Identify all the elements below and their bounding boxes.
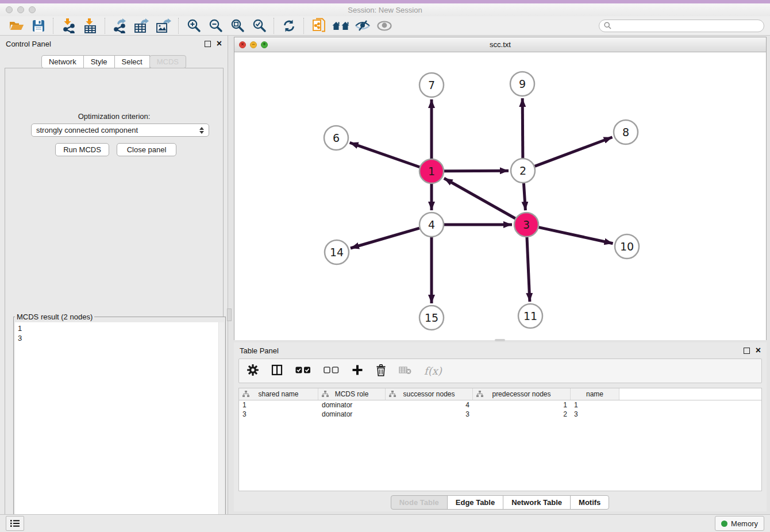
panel-splitter-handle[interactable] xyxy=(227,309,232,321)
refresh-icon xyxy=(282,19,296,33)
network-canvas[interactable]: 7968124314101511 xyxy=(234,52,766,340)
eye-slash-icon xyxy=(355,20,371,32)
cell-mcds-role[interactable]: dominator xyxy=(318,401,386,409)
column-header-mcds-role[interactable]: MCDS role xyxy=(318,388,386,400)
node-table[interactable]: shared name MCDS role successor nodes xyxy=(238,388,762,491)
run-mcds-button[interactable]: Run MCDS xyxy=(55,143,109,156)
graph-node-label-2: 2 xyxy=(519,164,526,177)
save-session-button[interactable] xyxy=(28,17,49,34)
hide-graphics-details-button[interactable] xyxy=(352,17,374,34)
dropdown-value: strongly connected component xyxy=(36,126,138,134)
graph-edge-2-8[interactable] xyxy=(535,137,613,167)
zoom-out-icon xyxy=(209,18,223,33)
delete-column-button[interactable] xyxy=(376,364,386,378)
tab-mcds[interactable]: MCDS xyxy=(149,55,186,68)
import-table-button[interactable] xyxy=(79,17,101,34)
cell-name[interactable]: 1 xyxy=(571,401,619,409)
add-column-button[interactable] xyxy=(352,364,363,377)
maximize-network-button[interactable]: + xyxy=(261,41,268,48)
close-network-button[interactable]: × xyxy=(239,41,246,48)
graph-edge-3-10[interactable] xyxy=(538,228,613,244)
show-columns-button[interactable] xyxy=(271,364,283,377)
graph-edge-1-2[interactable] xyxy=(444,171,509,171)
function-builder-button[interactable]: f(x) xyxy=(424,365,442,377)
open-file-button[interactable] xyxy=(6,17,28,34)
network-graph: 7968124314101511 xyxy=(234,52,767,340)
toolbar-separator xyxy=(105,18,106,34)
tab-select[interactable]: Select xyxy=(114,55,150,68)
zoom-selected-button[interactable] xyxy=(248,17,270,34)
graph-edge-3-11[interactable] xyxy=(527,237,530,302)
graph-edge-1-6[interactable] xyxy=(350,142,420,167)
import-network-button[interactable] xyxy=(57,17,79,34)
zoom-fit-icon xyxy=(230,18,245,33)
column-type-icon xyxy=(389,391,396,398)
network-window-titlebar[interactable]: × − + scc.txt xyxy=(234,37,766,52)
cell-successor-nodes[interactable]: 3 xyxy=(386,410,473,418)
column-header-predecessor-nodes[interactable]: predecessor nodes xyxy=(473,388,571,400)
cell-mcds-role[interactable]: dominator xyxy=(318,410,386,418)
zoom-in-icon xyxy=(187,18,201,33)
close-table-panel-icon[interactable]: × xyxy=(756,346,761,355)
table-tabs: Node Table Edge Table Network Table Moti… xyxy=(234,495,767,510)
table-row[interactable]: 1 dominator 4 1 1 xyxy=(239,400,761,410)
search-field[interactable] xyxy=(599,20,764,32)
cell-predecessor-nodes[interactable]: 1 xyxy=(473,401,571,409)
unchecked-boxes-icon xyxy=(324,367,339,373)
show-graphics-details-button[interactable] xyxy=(374,17,395,34)
mcds-result-text[interactable]: 1 3 xyxy=(15,322,224,532)
memory-status-icon xyxy=(721,521,727,527)
cell-name[interactable]: 3 xyxy=(571,410,619,418)
table-settings-button[interactable] xyxy=(247,364,259,377)
memory-button[interactable]: Memory xyxy=(715,516,764,531)
select-all-button[interactable] xyxy=(295,367,311,375)
table-panel-header: Table Panel × xyxy=(234,342,767,358)
duplicate-network-button[interactable] xyxy=(308,17,330,34)
close-panel-icon[interactable]: × xyxy=(217,39,222,48)
canvas-resize-handle[interactable] xyxy=(495,339,505,341)
column-header-shared-name[interactable]: shared name xyxy=(239,388,318,400)
close-panel-button[interactable]: Close panel xyxy=(117,143,176,156)
graph-edge-3-1[interactable] xyxy=(444,178,515,218)
table-panel-title: Table Panel xyxy=(240,346,279,355)
task-history-button[interactable] xyxy=(6,516,24,531)
mcds-result-title: MCDS result (2 nodes) xyxy=(15,313,94,321)
zoom-in-button[interactable] xyxy=(183,17,205,34)
tab-node-table[interactable]: Node Table xyxy=(391,495,448,510)
search-input[interactable] xyxy=(614,21,759,30)
graph-node-label-6: 6 xyxy=(333,132,340,144)
tab-style[interactable]: Style xyxy=(83,55,115,68)
apply-layout-button[interactable] xyxy=(278,17,300,34)
mcds-result-group: MCDS result (2 nodes) 1 3 xyxy=(13,313,226,532)
gear-icon xyxy=(247,364,259,376)
tab-motifs[interactable]: Motifs xyxy=(570,495,609,510)
float-table-panel-icon[interactable] xyxy=(744,348,750,354)
graph-edge-4-14[interactable] xyxy=(351,228,419,248)
export-network-button[interactable] xyxy=(109,17,131,34)
float-panel-icon[interactable] xyxy=(205,41,211,47)
column-header-successor-nodes[interactable]: successor nodes xyxy=(386,388,473,400)
zoom-fit-button[interactable] xyxy=(226,17,248,34)
export-image-button[interactable] xyxy=(153,17,175,34)
export-table-button[interactable] xyxy=(131,17,153,34)
result-scrollbar[interactable] xyxy=(218,322,224,532)
deselect-all-button[interactable] xyxy=(324,367,339,375)
cell-shared-name[interactable]: 3 xyxy=(239,410,318,418)
column-header-name[interactable]: name xyxy=(571,388,619,400)
graph-edge-2-3[interactable] xyxy=(523,183,525,210)
tab-network[interactable]: Network xyxy=(41,55,84,68)
cell-successor-nodes[interactable]: 4 xyxy=(386,401,473,409)
network-window-controls[interactable]: × − + xyxy=(239,41,268,48)
graph-edge-2-9[interactable] xyxy=(522,98,523,158)
show-all-networks-button[interactable] xyxy=(330,17,352,34)
cell-predecessor-nodes[interactable]: 2 xyxy=(473,410,571,418)
tab-edge-table[interactable]: Edge Table xyxy=(447,495,503,510)
app-title: Session: New Session xyxy=(0,6,770,14)
cell-shared-name[interactable]: 1 xyxy=(239,401,318,409)
minimize-network-button[interactable]: − xyxy=(250,41,257,48)
table-row[interactable]: 3 dominator 3 2 3 xyxy=(239,410,761,419)
delete-table-button[interactable] xyxy=(399,366,411,376)
tab-network-table[interactable]: Network Table xyxy=(503,495,571,510)
optimization-criterion-select[interactable]: strongly connected component xyxy=(31,124,209,137)
zoom-out-button[interactable] xyxy=(205,17,226,34)
